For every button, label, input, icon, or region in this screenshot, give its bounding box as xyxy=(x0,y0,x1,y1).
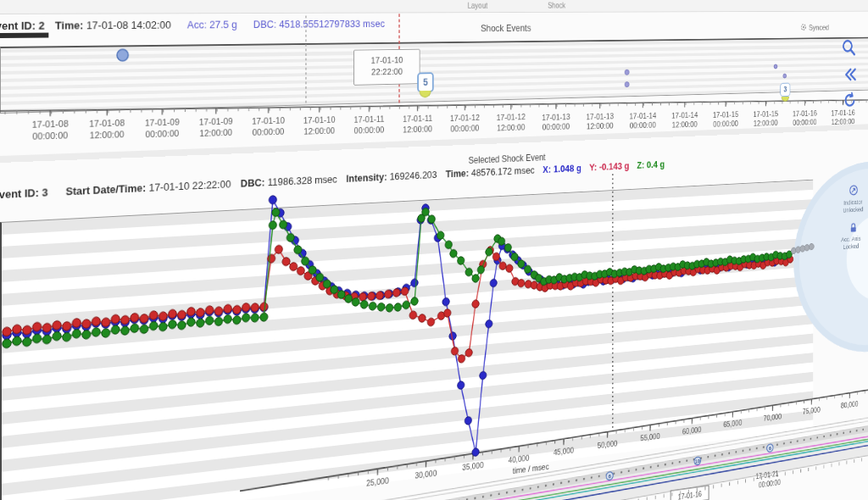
scene: Layout Shock Event ID: 2 Time: 17-01-08 … xyxy=(0,0,868,500)
tab-layout[interactable]: Layout xyxy=(468,2,488,10)
svg-text:6: 6 xyxy=(609,473,611,480)
timeline-date: 17-01-1500:00:00 xyxy=(702,109,748,130)
tooltip-time: 22:22:00 xyxy=(354,65,420,78)
timeline-date: 17-01-0912:00:00 xyxy=(186,116,247,140)
timeline-date: 17-01-0900:00:00 xyxy=(131,117,193,141)
refresh-icon xyxy=(843,91,858,110)
x-tick-label: 35,000 xyxy=(462,460,483,472)
x-tick-label: 70,000 xyxy=(764,412,782,422)
rewind-icon xyxy=(843,65,858,85)
x-tick-label: 80,000 xyxy=(841,399,859,409)
timeline-date: 17-01-0812:00:00 xyxy=(75,117,139,142)
timeline-date: 17-01-1400:00:00 xyxy=(618,110,667,131)
zoom-button[interactable] xyxy=(841,38,857,58)
event-count-badge-3[interactable]: 3 xyxy=(780,83,790,97)
event-count-badge-5[interactable]: 5 xyxy=(417,72,433,92)
small-event-dot[interactable] xyxy=(625,69,629,75)
x-tick-label: 50,000 xyxy=(598,439,618,450)
timeline-date: 17-01-1312:00:00 xyxy=(575,111,625,132)
x-tick-label: 60,000 xyxy=(682,425,702,436)
series-X[interactable] xyxy=(3,170,791,500)
timeline-date: 17-01-1012:00:00 xyxy=(290,114,348,137)
small-event-dot[interactable] xyxy=(783,74,787,78)
x-tick-label: 75,000 xyxy=(803,406,821,416)
x-tick-label: 25,000 xyxy=(366,476,389,488)
x-tick-label: 45,000 xyxy=(554,446,574,457)
small-event-dot[interactable] xyxy=(774,64,777,69)
timeline-date: 17-01-1200:00:00 xyxy=(437,113,491,135)
tab-shock[interactable]: Shock xyxy=(548,2,565,10)
x-tick-label: 55,000 xyxy=(640,431,659,442)
mini-tick-label: 00:00:00 xyxy=(759,478,781,489)
faded-sample-dot xyxy=(809,243,814,250)
timeline-date: 17-01-1100:00:00 xyxy=(341,114,398,136)
timeline-date: 17-01-1000:00:00 xyxy=(238,115,298,139)
back-button[interactable] xyxy=(843,65,859,86)
tooltip-date: 17-01-10 xyxy=(354,54,420,67)
refresh-button[interactable] xyxy=(843,91,859,112)
x-tick-label: 30,000 xyxy=(415,468,437,480)
app-window: Layout Shock Event ID: 2 Time: 17-01-08 … xyxy=(0,0,868,500)
svg-text:6: 6 xyxy=(769,445,771,452)
small-event-dot[interactable] xyxy=(625,82,629,87)
timeline-date: 17-01-1512:00:00 xyxy=(743,108,788,129)
chart-overlay: 25,00030,00035,00040,00045,00050,00055,0… xyxy=(0,153,868,500)
event-marker-dot[interactable] xyxy=(117,49,128,61)
timeline-date: 17-01-1112:00:00 xyxy=(390,114,445,136)
timeline-date: 17-01-0800:00:00 xyxy=(17,118,83,142)
timeline-date: 17-01-1300:00:00 xyxy=(531,112,581,133)
x-tick-label: 65,000 xyxy=(723,419,742,430)
timeline-date: 17-01-1412:00:00 xyxy=(661,110,709,131)
timeline-tooltip: 17-01-10 22:22:00 xyxy=(353,49,420,86)
search-icon xyxy=(841,38,856,58)
bottom-mini-timeline[interactable]: 610617-01-1617-01-1917-01-2100:00:00 xyxy=(336,413,868,500)
timeline-date: 17-01-1212:00:00 xyxy=(485,112,537,134)
svg-text:10: 10 xyxy=(695,458,700,464)
x-tick-label: 40,000 xyxy=(509,453,530,465)
